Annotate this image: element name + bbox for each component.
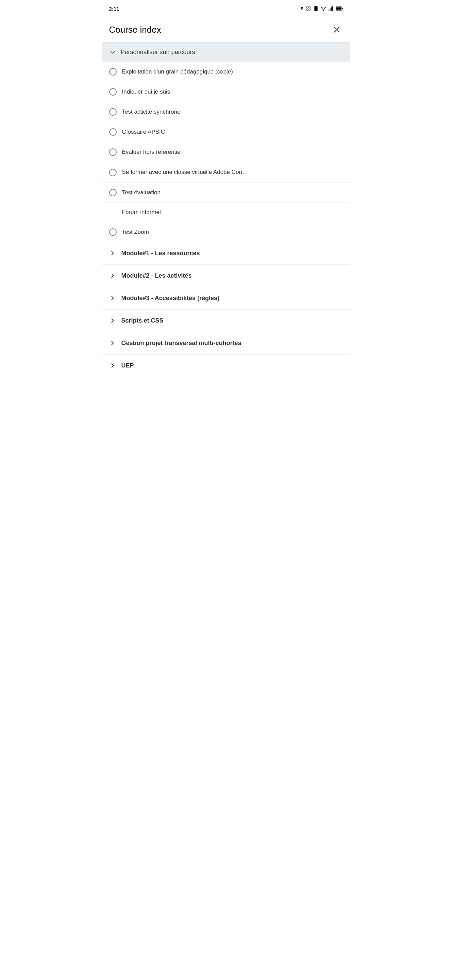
circle-icon <box>109 228 117 236</box>
list-item[interactable]: Se former avec une classe virtuelle Adob… <box>102 162 350 182</box>
chevron-right-icon <box>109 250 116 256</box>
module-item-1[interactable]: Module#1 - Les ressources <box>102 242 350 265</box>
course-item-text: Évaluer hors référentiel <box>122 148 182 156</box>
list-item[interactable]: Indiquer qui je suis <box>102 82 350 102</box>
svg-point-0 <box>308 8 309 9</box>
circle-icon <box>109 189 117 196</box>
module-item-5[interactable]: Gestion projet transversal multi-cohorte… <box>102 332 350 355</box>
section-header-text: Personnaliser son parcours <box>121 49 195 56</box>
chevron-right-icon <box>109 295 116 301</box>
module-item-3[interactable]: Module#3 - Accessibilités (règles) <box>102 287 350 310</box>
svg-rect-9 <box>336 8 341 10</box>
course-item-text: Exploitation d'un grain pédagogique (cop… <box>122 68 233 76</box>
section-header-personnaliser[interactable]: Personnaliser son parcours <box>102 43 350 62</box>
list-item[interactable]: Test acticité synchrone <box>102 102 350 122</box>
battery-icon <box>336 6 343 11</box>
module-item-text: UEP <box>121 362 134 369</box>
list-item[interactable]: Test évaluation <box>102 183 350 203</box>
module-item-text: Scripts et CSS <box>121 317 163 324</box>
svg-point-2 <box>316 10 316 10</box>
circle-icon <box>109 88 117 95</box>
list-item[interactable]: Glossaire APSIC <box>102 122 350 142</box>
chevron-right-icon <box>109 317 116 324</box>
list-item-forum[interactable]: Forum informel <box>102 203 350 222</box>
course-index-list: Personnaliser son parcours Exploitation … <box>102 43 350 377</box>
chevron-down-icon <box>109 49 116 56</box>
chevron-right-icon <box>109 340 116 347</box>
course-item-text: Glossaire APSIC <box>122 128 165 136</box>
course-item-text: Test évaluation <box>122 189 160 196</box>
page-title: Course index <box>109 24 161 35</box>
list-item[interactable]: Évaluer hors référentiel <box>102 142 350 162</box>
module-item-4[interactable]: Scripts et CSS <box>102 310 350 332</box>
course-item-text: Test acticité synchrone <box>122 108 181 116</box>
status-bar: 2:11 S <box>102 0 350 17</box>
module-item-text: Module#1 - Les ressources <box>121 250 200 257</box>
settings-icon <box>306 6 311 11</box>
svg-rect-7 <box>332 6 333 11</box>
module-item-text: Gestion projet transversal multi-cohorte… <box>121 340 241 347</box>
signal-icon <box>328 6 334 11</box>
circle-icon <box>109 128 117 136</box>
svg-rect-5 <box>330 8 330 11</box>
svg-rect-1 <box>314 6 317 11</box>
svg-rect-10 <box>342 8 343 9</box>
list-item[interactable]: Exploitation d'un grain pédagogique (cop… <box>102 62 350 82</box>
status-icons: S <box>301 6 343 11</box>
circle-icon <box>109 68 117 76</box>
course-item-text: Se former avec une classe virtuelle Adob… <box>122 169 248 176</box>
module-item-2[interactable]: Module#2 - Les activités <box>102 265 350 287</box>
wifi-icon <box>321 6 326 11</box>
list-item[interactable]: Test Zoom <box>102 222 350 242</box>
status-time: 2:11 <box>109 6 119 11</box>
phone-icon <box>313 6 319 11</box>
close-button[interactable] <box>330 23 343 36</box>
forum-item-text: Forum informel <box>122 209 161 216</box>
module-item-text: Module#2 - Les activités <box>121 272 192 279</box>
svg-rect-4 <box>328 10 329 11</box>
chevron-right-icon <box>109 272 116 279</box>
circle-icon <box>109 169 117 176</box>
svg-rect-6 <box>331 7 331 11</box>
circle-icon <box>109 108 117 116</box>
course-index-header: Course index <box>102 17 350 43</box>
module-item-text: Module#3 - Accessibilités (règles) <box>121 295 219 302</box>
course-item-text: Test Zoom <box>122 228 149 236</box>
s-icon: S <box>301 6 304 11</box>
close-icon <box>332 25 341 34</box>
circle-icon <box>109 148 117 156</box>
course-item-text: Indiquer qui je suis <box>122 88 170 95</box>
svg-point-3 <box>323 10 324 11</box>
module-item-6[interactable]: UEP <box>102 355 350 377</box>
chevron-right-icon <box>109 362 116 369</box>
